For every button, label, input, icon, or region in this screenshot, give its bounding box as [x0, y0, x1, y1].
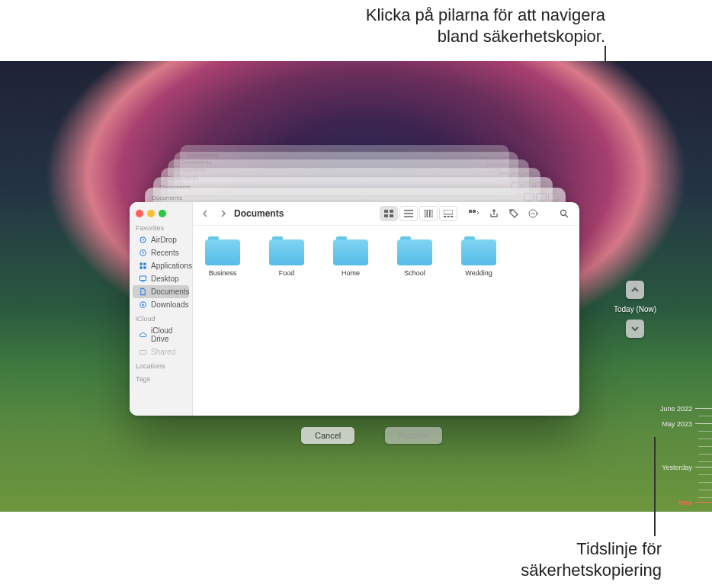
sidebar-item-label: AirDrop — [151, 236, 177, 244]
minimize-button[interactable] — [147, 210, 155, 217]
search-icon — [560, 209, 569, 218]
svg-rect-4 — [143, 262, 146, 265]
sidebar-header-tags: Tags — [130, 371, 192, 384]
sidebar-item-airdrop[interactable]: AirDrop — [133, 233, 189, 246]
columns-icon — [424, 210, 433, 217]
sidebar-item-documents[interactable]: Documents — [133, 285, 189, 298]
sidebar-header-favorites: Favorites — [130, 220, 192, 233]
svg-rect-15 — [428, 210, 430, 217]
timeline-label: Yesterday — [662, 464, 692, 471]
next-backup-button[interactable] — [626, 320, 644, 338]
clock-icon — [139, 249, 147, 257]
list-view-button[interactable] — [399, 206, 418, 221]
share-icon — [489, 209, 499, 218]
sidebar-item-icloud-drive[interactable]: iCloud Drive — [133, 324, 189, 345]
svg-point-1 — [142, 239, 143, 240]
svg-point-26 — [532, 213, 534, 214]
backup-timeline[interactable]: June 2022 May 2023 Yesterday Now — [657, 290, 712, 511]
svg-rect-7 — [140, 276, 146, 281]
sidebar-item-recents[interactable]: Recents — [133, 246, 189, 259]
zoom-button[interactable] — [159, 210, 166, 217]
forward-button[interactable] — [216, 207, 229, 220]
chevron-right-icon — [219, 210, 226, 217]
folder-item[interactable]: Home — [329, 236, 373, 277]
folder-item[interactable]: School — [393, 236, 437, 277]
finder-window: Favorites AirDrop Recents Applications D… — [130, 202, 579, 416]
finder-sidebar: Favorites AirDrop Recents Applications D… — [130, 202, 193, 416]
airdrop-icon — [139, 236, 147, 244]
callout-text: bland säkerhetskopior. — [366, 26, 605, 47]
previous-backup-button[interactable] — [626, 281, 644, 299]
svg-point-23 — [511, 210, 512, 212]
restore-button[interactable]: Restore — [385, 427, 442, 444]
tag-button[interactable] — [505, 206, 523, 221]
tag-icon — [509, 209, 518, 218]
timeline-label: May 2023 — [662, 420, 692, 428]
sidebar-item-label: Applications — [151, 262, 192, 270]
folder-item[interactable]: Food — [265, 236, 309, 277]
chevron-up-icon — [630, 285, 640, 294]
gallery-icon — [444, 210, 453, 217]
apps-icon — [139, 262, 147, 270]
folder-item[interactable]: Wedding — [457, 236, 501, 277]
chevron-left-icon — [202, 210, 210, 217]
folder-icon — [205, 236, 240, 265]
sidebar-item-shared[interactable]: Shared — [133, 345, 189, 358]
group-icon — [469, 210, 479, 217]
svg-rect-13 — [390, 214, 393, 217]
folder-label: School — [404, 269, 425, 277]
svg-point-25 — [531, 213, 532, 214]
sidebar-item-downloads[interactable]: Downloads — [133, 298, 189, 311]
finder-main: Documents Business Food Ho — [193, 202, 579, 416]
document-icon — [139, 288, 147, 296]
group-button[interactable] — [465, 206, 483, 221]
folder-label: Business — [209, 269, 237, 277]
action-button[interactable] — [524, 206, 543, 221]
back-button[interactable] — [199, 207, 213, 220]
svg-rect-14 — [424, 210, 426, 217]
toolbar-actions — [465, 206, 543, 221]
sidebar-item-label: Documents — [151, 288, 190, 296]
svg-rect-18 — [444, 216, 446, 217]
column-view-button[interactable] — [419, 206, 438, 221]
folder-icon — [397, 236, 432, 265]
window-controls — [130, 205, 192, 220]
sidebar-item-desktop[interactable]: Desktop — [133, 272, 189, 285]
cloud-icon — [139, 331, 147, 339]
action-buttons: Cancel Restore — [301, 427, 442, 444]
share-button[interactable] — [485, 206, 503, 221]
sidebar-item-applications[interactable]: Applications — [133, 259, 189, 272]
svg-rect-20 — [451, 216, 453, 217]
callout-arrows: Klicka på pilarna för att navigera bland… — [366, 5, 605, 47]
callout-text: Klicka på pilarna för att navigera — [366, 5, 605, 26]
download-icon — [139, 300, 147, 309]
svg-rect-16 — [431, 210, 433, 217]
backup-nav-arrows: Today (Now) — [614, 281, 656, 338]
search-button[interactable] — [555, 206, 573, 221]
chevron-down-icon — [630, 324, 640, 333]
cancel-button[interactable]: Cancel — [301, 427, 354, 444]
sidebar-header-icloud: iCloud — [130, 311, 192, 324]
folder-item[interactable]: Business — [200, 236, 245, 277]
shared-icon — [139, 348, 147, 356]
view-mode-group — [380, 206, 457, 221]
sidebar-item-label: Desktop — [151, 275, 179, 283]
sidebar-item-label: iCloud Drive — [151, 326, 183, 343]
svg-point-28 — [561, 210, 566, 216]
svg-point-27 — [534, 213, 535, 214]
svg-rect-9 — [140, 350, 146, 354]
icon-view-button[interactable] — [380, 206, 398, 221]
window-title: Documents — [234, 208, 284, 219]
svg-rect-5 — [140, 266, 142, 268]
gallery-view-button[interactable] — [439, 206, 457, 221]
desktop-icon — [139, 275, 147, 283]
svg-rect-21 — [469, 210, 472, 213]
folder-grid: Business Food Home School Wedding — [193, 226, 579, 416]
close-button[interactable] — [136, 210, 143, 217]
list-icon — [404, 210, 413, 217]
ellipsis-circle-icon — [528, 209, 539, 218]
timeline-label: June 2022 — [660, 405, 692, 413]
callout-text: Tidslinje för — [521, 538, 662, 560]
svg-rect-11 — [390, 210, 393, 213]
current-backup-label: Today (Now) — [614, 305, 656, 313]
